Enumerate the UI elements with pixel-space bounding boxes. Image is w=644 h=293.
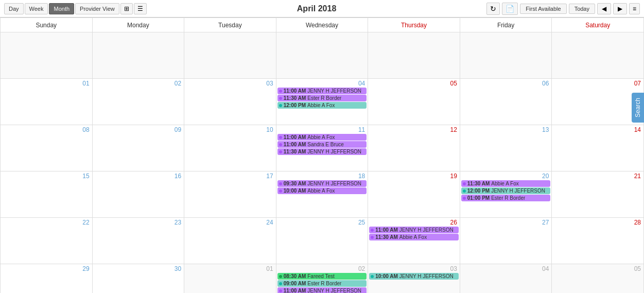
calendar-cell[interactable]: 28 bbox=[552, 218, 644, 264]
appointment[interactable]: 08:30 AM Fareed Test bbox=[277, 273, 367, 280]
appointment[interactable]: 09:30 AM JENNY H JEFFERSON bbox=[277, 180, 367, 187]
calendar-cell[interactable]: 16 bbox=[92, 171, 184, 218]
calendar-cell[interactable]: 09 bbox=[92, 125, 184, 171]
calendar-cell[interactable]: 03 bbox=[184, 79, 276, 125]
day-number[interactable]: 13 bbox=[461, 126, 551, 133]
calendar-cell[interactable]: 04 11:00 AM JENNY H JEFFERSON 11:30 AM E… bbox=[276, 79, 368, 125]
day-number[interactable]: 29 bbox=[2, 265, 91, 272]
menu-button[interactable]: ≡ bbox=[629, 3, 640, 14]
appointment[interactable]: 11:00 AM JENNY H JEFFERSON bbox=[369, 227, 459, 233]
day-number[interactable]: 04 bbox=[277, 80, 367, 87]
view-month-button[interactable]: Month bbox=[49, 3, 74, 14]
day-number[interactable]: 19 bbox=[369, 173, 459, 180]
day-number[interactable]: 03 bbox=[185, 80, 275, 87]
day-number[interactable]: 12 bbox=[369, 126, 459, 133]
calendar-cell[interactable]: 10 bbox=[184, 125, 276, 171]
appointment[interactable]: 11:00 AM JENNY H JEFFERSON bbox=[277, 88, 367, 94]
appointment[interactable]: 11:00 AM JENNY H JEFFERSON bbox=[277, 287, 367, 293]
calendar-cell[interactable] bbox=[1, 32, 93, 79]
calendar-cell[interactable] bbox=[184, 32, 276, 79]
day-number[interactable]: 27 bbox=[461, 219, 551, 226]
appointment[interactable]: 01:00 PM Ester R Border bbox=[461, 195, 551, 201]
calendar-cell[interactable]: 12 bbox=[368, 125, 460, 171]
calendar-cell[interactable]: 24 bbox=[184, 218, 276, 264]
calendar-cell[interactable] bbox=[552, 32, 644, 79]
day-number[interactable]: 26 bbox=[369, 219, 459, 226]
appointment[interactable]: 09:00 AM Ester R Border bbox=[277, 280, 367, 287]
pdf-button[interactable]: 📄 bbox=[502, 3, 518, 15]
calendar-cell[interactable]: 15 bbox=[1, 171, 93, 218]
search-tab[interactable]: Search bbox=[632, 93, 644, 123]
appointment[interactable]: 12:00 PM JENNY H JEFFERSON bbox=[461, 187, 551, 194]
today-button[interactable]: Today bbox=[569, 4, 595, 14]
day-number[interactable]: 05 bbox=[369, 80, 459, 87]
calendar-cell[interactable]: 19 bbox=[368, 171, 460, 218]
day-number[interactable]: 20 bbox=[461, 173, 551, 180]
day-number[interactable]: 23 bbox=[94, 219, 183, 226]
day-number[interactable]: 01 bbox=[2, 80, 91, 87]
day-number[interactable]: 14 bbox=[553, 126, 642, 133]
calendar-cell[interactable]: 21 bbox=[552, 171, 644, 218]
refresh-button[interactable]: ↻ bbox=[486, 3, 500, 15]
calendar-cell[interactable]: 11 11:00 AM Abbie A Fox 11:00 AM Sandra … bbox=[276, 125, 368, 171]
day-number[interactable]: 21 bbox=[553, 173, 642, 180]
calendar-cell[interactable]: 30 bbox=[92, 264, 184, 294]
calendar-cell[interactable]: 01 bbox=[1, 79, 93, 125]
day-number[interactable]: 05 bbox=[553, 265, 642, 272]
view-provider-button[interactable]: Provider View bbox=[75, 3, 119, 14]
appointment[interactable]: 11:30 AM Abbie A Fox bbox=[461, 180, 551, 187]
calendar-cell[interactable]: 13 bbox=[460, 125, 552, 171]
calendar-cell[interactable]: 08 bbox=[1, 125, 93, 171]
calendar-cell[interactable]: 23 bbox=[92, 218, 184, 264]
calendar-cell[interactable]: 04 bbox=[460, 264, 552, 294]
day-number[interactable]: 22 bbox=[2, 219, 91, 226]
day-number[interactable]: 24 bbox=[185, 219, 275, 226]
appointment[interactable]: 11:30 AM Ester R Border bbox=[277, 95, 367, 101]
day-number[interactable]: 06 bbox=[461, 80, 551, 87]
prev-button[interactable]: ◀ bbox=[597, 3, 611, 14]
calendar-cell[interactable] bbox=[368, 32, 460, 79]
calendar-cell[interactable]: 06 bbox=[460, 79, 552, 125]
day-number[interactable]: 18 bbox=[277, 173, 367, 180]
appointment[interactable]: 11:00 AM Abbie A Fox bbox=[277, 134, 367, 141]
day-number[interactable]: 04 bbox=[461, 265, 551, 272]
grid-view-button[interactable]: ⊞ bbox=[120, 3, 133, 14]
next-button[interactable]: ▶ bbox=[613, 3, 627, 14]
calendar-cell[interactable]: 18 09:30 AM JENNY H JEFFERSON 10:00 AM A… bbox=[276, 171, 368, 218]
calendar-cell[interactable]: 02 08:30 AM Fareed Test 09:00 AM Ester R… bbox=[276, 264, 368, 294]
day-number[interactable]: 02 bbox=[277, 265, 367, 272]
calendar-cell[interactable]: 29 bbox=[1, 264, 93, 294]
calendar-cell[interactable]: 27 bbox=[460, 218, 552, 264]
calendar-cell[interactable] bbox=[92, 32, 184, 79]
calendar-cell[interactable]: 03 10:00 AM JENNY H JEFFERSON bbox=[368, 264, 460, 294]
day-number[interactable]: 11 bbox=[277, 126, 367, 133]
day-number[interactable]: 01 bbox=[185, 265, 275, 272]
calendar-cell[interactable] bbox=[460, 32, 552, 79]
calendar-cell[interactable]: 25 bbox=[276, 218, 368, 264]
calendar-cell[interactable]: 05 bbox=[552, 264, 644, 294]
day-number[interactable]: 07 bbox=[553, 80, 642, 87]
calendar-cell[interactable]: 17 bbox=[184, 171, 276, 218]
appointment[interactable]: 11:30 AM JENNY H JEFFERSON bbox=[277, 148, 367, 155]
day-number[interactable]: 30 bbox=[94, 265, 183, 272]
day-number[interactable]: 16 bbox=[94, 173, 183, 180]
day-number[interactable]: 08 bbox=[2, 126, 91, 133]
day-number[interactable]: 02 bbox=[94, 80, 183, 87]
calendar-cell[interactable]: 14 bbox=[552, 125, 644, 171]
view-week-button[interactable]: Week bbox=[25, 3, 48, 14]
calendar-cell[interactable]: 07 bbox=[552, 79, 644, 125]
calendar-cell[interactable]: 20 11:30 AM Abbie A Fox 12:00 PM JENNY H… bbox=[460, 171, 552, 218]
calendar-cell[interactable]: 05 bbox=[368, 79, 460, 125]
calendar-cell[interactable]: 22 bbox=[1, 218, 93, 264]
day-number[interactable]: 15 bbox=[2, 173, 91, 180]
appointment[interactable]: 11:30 AM Abbie A Fox bbox=[369, 234, 459, 240]
day-number[interactable]: 03 bbox=[369, 265, 459, 272]
calendar-cell[interactable]: 01 bbox=[184, 264, 276, 294]
appointment[interactable]: 10:00 AM JENNY H JEFFERSON bbox=[369, 273, 459, 280]
appointment[interactable]: 12:00 PM Abbie A Fox bbox=[277, 102, 367, 109]
appointment[interactable]: 11:00 AM Sandra E Bruce bbox=[277, 141, 367, 148]
day-number[interactable]: 25 bbox=[277, 219, 367, 226]
day-number[interactable]: 10 bbox=[185, 126, 275, 133]
calendar-cell[interactable]: 02 bbox=[92, 79, 184, 125]
list-view-button[interactable]: ☰ bbox=[134, 3, 147, 14]
